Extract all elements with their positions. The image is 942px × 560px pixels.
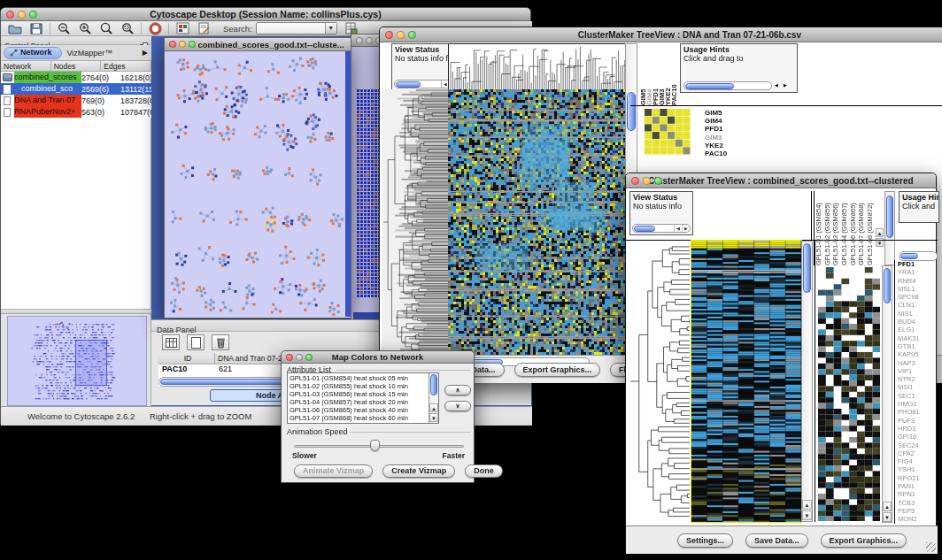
- gene-label[interactable]: HMG1: [898, 400, 936, 408]
- selected-cluster-heatmap[interactable]: [818, 267, 880, 521]
- scroll-thumb[interactable]: [634, 226, 655, 232]
- network-table-row[interactable]: combined_sco 2569(6) 13112(15): [1, 83, 151, 95]
- column-label[interactable]: GIM4: [646, 43, 652, 105]
- gene-label[interactable]: ELG1: [898, 326, 936, 334]
- column-dendrogram-area[interactable]: [695, 191, 812, 240]
- hscrollbar[interactable]: [683, 81, 772, 90]
- network-overview-canvas[interactable]: [7, 316, 147, 406]
- window-controls[interactable]: [169, 41, 196, 48]
- array-label[interactable]: GPL51-06 (GSM865): [849, 191, 858, 265]
- gene-label[interactable]: RNR4: [898, 277, 936, 285]
- zoom-selected-icon[interactable]: [96, 21, 117, 36]
- vizmap-grid-icon[interactable]: [172, 21, 193, 36]
- gene-label[interactable]: SEC24: [898, 441, 936, 449]
- zoom-window-icon[interactable]: [654, 177, 662, 185]
- close-icon[interactable]: [631, 177, 639, 185]
- cluster-mini-heatmap[interactable]: [645, 109, 691, 155]
- scroll-thumb[interactable]: [627, 92, 636, 131]
- gene-label[interactable]: GPI16: [898, 433, 936, 441]
- scroll-thumb[interactable]: [430, 374, 437, 395]
- array-label[interactable]: GPL51-04 (GSM857): [840, 191, 849, 265]
- treeview-button[interactable]: Export Graphics...: [821, 533, 907, 548]
- new-attribute-icon[interactable]: [187, 334, 205, 350]
- heatmap-canvas[interactable]: [691, 241, 801, 522]
- gene-label[interactable]: PAN1: [898, 482, 936, 490]
- delete-attribute-icon[interactable]: [212, 334, 229, 350]
- gene-label[interactable]: HAP3: [898, 359, 936, 367]
- column-label[interactable]: PAC10: [671, 43, 677, 105]
- attribute-list-item[interactable]: GPL51-02 (GSM855) heat shock 10 min: [290, 382, 428, 390]
- gene-label[interactable]: MSL1: [898, 285, 936, 293]
- attribute-list-item[interactable]: GPL51-04 (GSM857) heat shock 20 min: [290, 398, 428, 406]
- scroll-down-icon[interactable]: ▼: [802, 510, 812, 520]
- search-input[interactable]: ▼: [256, 22, 337, 35]
- minimize-icon[interactable]: [179, 41, 186, 48]
- gene-label[interactable]: HRD3: [898, 425, 936, 433]
- gene-label[interactable]: BUD4: [898, 318, 936, 326]
- scroll-thumb[interactable]: [886, 196, 893, 238]
- minimize-icon[interactable]: [18, 11, 26, 19]
- column-label[interactable]: PFD1: [652, 43, 659, 105]
- scroll-up-icon[interactable]: ▲: [876, 228, 884, 237]
- annotation-icon[interactable]: [193, 21, 214, 36]
- window-controls[interactable]: [286, 354, 313, 361]
- attribute-list-item[interactable]: GPL51-03 (GSM856) heat shock 15 min: [290, 390, 428, 398]
- array-label[interactable]: GPL51-03 (GSM856): [831, 191, 840, 265]
- network-table-row[interactable]: DNA and Tran 07 769(0) 183728(0): [1, 95, 151, 106]
- tab-overflow-arrow[interactable]: ▶: [143, 49, 148, 57]
- scroll-up-icon[interactable]: ▲: [883, 502, 892, 511]
- gene-label[interactable]: CLN1: [898, 301, 936, 309]
- dialog-button[interactable]: Create Vizmap: [382, 464, 455, 478]
- zoom-fit-icon[interactable]: [117, 21, 138, 36]
- close-icon[interactable]: [356, 37, 363, 44]
- heatmap-vscrollbar[interactable]: ▲ ▼: [801, 241, 813, 522]
- gene-label[interactable]: VIP1: [898, 367, 936, 375]
- close-icon[interactable]: [385, 31, 393, 39]
- heatmap-canvas[interactable]: [448, 89, 625, 355]
- treeview-button[interactable]: Save Data...: [745, 533, 808, 548]
- scroll-up-icon[interactable]: ▲: [429, 403, 438, 412]
- speed-slider-thumb[interactable]: [370, 440, 380, 451]
- column-dendrogram-canvas[interactable]: [448, 43, 627, 91]
- tab-vizmapper[interactable]: VizMapper™: [67, 49, 113, 58]
- gene-label[interactable]: NTR2: [898, 375, 936, 383]
- zoom-window-icon[interactable]: [305, 354, 313, 361]
- gene-label[interactable]: PUF3: [898, 417, 936, 425]
- scroll-down-icon[interactable]: ▼: [883, 512, 892, 522]
- labels-vscrollbar[interactable]: [884, 191, 895, 265]
- zoom-window-icon[interactable]: [29, 11, 37, 19]
- gene-label[interactable]: RPN1: [898, 490, 936, 498]
- gene-label[interactable]: MSI1: [898, 383, 936, 391]
- gene-label[interactable]: GTB1: [898, 342, 936, 350]
- treeview-button[interactable]: Export Graphics...: [514, 363, 601, 377]
- minimize-icon[interactable]: [296, 354, 303, 361]
- close-icon[interactable]: [6, 11, 14, 19]
- scroll-thumb[interactable]: [685, 83, 734, 89]
- tab-network[interactable]: Network: [4, 47, 62, 59]
- treeview-button[interactable]: Settings...: [677, 533, 733, 548]
- scroll-left-icon[interactable]: ◀: [775, 82, 778, 88]
- gene-label[interactable]: PFD1: [898, 260, 936, 268]
- gene-label[interactable]: MON2: [898, 515, 936, 523]
- row-label[interactable]: GIM3: [705, 134, 756, 142]
- minimize-icon[interactable]: [366, 37, 373, 44]
- scroll-right-icon[interactable]: ▶: [784, 82, 787, 88]
- row-dendrogram-canvas[interactable]: [628, 241, 690, 522]
- dialog-button[interactable]: Animate Vizmap: [294, 464, 373, 478]
- scroll-down-icon[interactable]: ▼: [429, 413, 438, 422]
- gene-label[interactable]: NIS1: [898, 310, 936, 318]
- dialog-button[interactable]: Done: [465, 464, 503, 478]
- hscrollbar[interactable]: ◀▶: [632, 224, 691, 233]
- column-label[interactable]: GIM3: [659, 43, 665, 105]
- zoom-out-icon[interactable]: [53, 21, 74, 36]
- zoom-window-icon[interactable]: [408, 31, 416, 39]
- network-table-row[interactable]: RNAPuberNov2+ 563(0) 107847(0): [1, 106, 151, 118]
- minimize-icon[interactable]: [643, 177, 651, 185]
- array-label[interactable]: GPL51-08 (GSM872): [866, 191, 875, 265]
- scroll-thumb[interactable]: [900, 253, 918, 259]
- gene-label[interactable]: SPC98: [898, 293, 936, 301]
- gene-label[interactable]: SEC1: [898, 392, 936, 400]
- gene-label[interactable]: MAK31: [898, 334, 936, 342]
- column-label[interactable]: GIM5: [640, 43, 646, 105]
- row-label[interactable]: PFD1: [705, 125, 756, 133]
